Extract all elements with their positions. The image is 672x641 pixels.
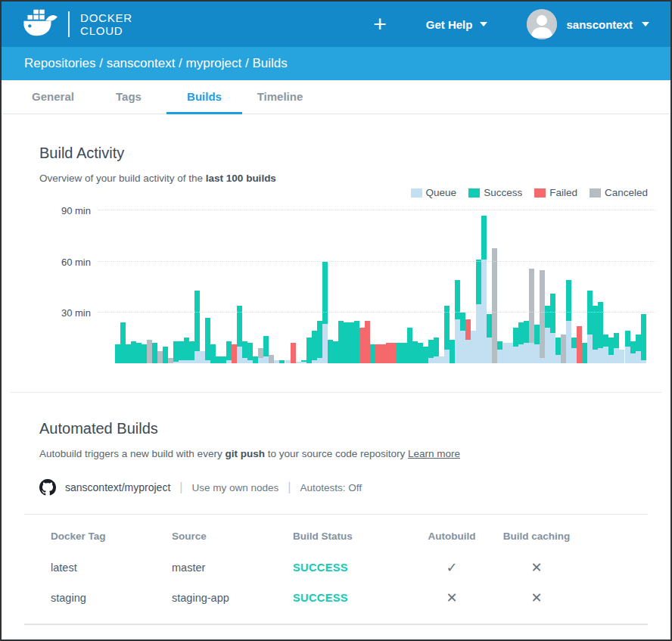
autotests-label: Autotests: Off — [300, 482, 362, 493]
user-menu[interactable]: sanscontext — [527, 9, 649, 39]
table-top-divider — [24, 514, 648, 515]
build-status-link[interactable]: SUCCESS — [293, 562, 414, 574]
docker-cloud-logo[interactable]: DOCKER CLOUD — [23, 9, 132, 39]
build-bar-success — [603, 335, 608, 363]
build-bar-success — [279, 360, 285, 363]
build-bar-success — [115, 344, 120, 363]
build-bar-success — [344, 322, 349, 363]
automated-builds-subtitle: Autobuild triggers a new build with ever… — [39, 448, 648, 459]
build-bar-failed — [359, 328, 365, 363]
repo-row: sanscontext/myproject | Use my own nodes… — [39, 479, 648, 496]
build-bar-success — [636, 335, 641, 363]
build-bar-success — [487, 314, 492, 363]
breadcrumb-bar: Repositories / sanscontext / myproject /… — [2, 47, 670, 80]
build-caching-cross-icon[interactable]: ✕ — [490, 559, 583, 576]
ytick-label: 90 min — [45, 205, 91, 216]
build-bar-failed — [386, 343, 391, 363]
build-bar-success — [216, 356, 221, 363]
build-bar-success — [524, 321, 529, 363]
column-header: Docker Tag — [51, 531, 172, 542]
build-bar-success — [513, 328, 518, 363]
build-bar-success — [205, 318, 210, 363]
gridline-90: 90 min — [98, 210, 655, 210]
build-bar-success — [263, 336, 269, 363]
build-bar-success — [534, 325, 540, 364]
automated-builds-section: Automated Builds Autobuild triggers a ne… — [2, 420, 670, 496]
automated-builds-title: Automated Builds — [39, 420, 648, 437]
breadcrumb[interactable]: Repositories / sanscontext / myproject /… — [24, 56, 288, 71]
repo-name[interactable]: sanscontext/myproject — [65, 481, 170, 493]
build-bar-success — [587, 291, 593, 363]
build-bar-failed — [375, 344, 381, 363]
tab-bar: GeneralTagsBuildsTimeline — [2, 80, 670, 114]
build-bar-success — [582, 343, 587, 363]
logo-wordmark: DOCKER CLOUD — [80, 11, 132, 37]
build-bar-success — [237, 306, 242, 363]
avatar — [527, 9, 557, 39]
build-bar-canceled — [492, 248, 497, 363]
build-bar-canceled — [540, 270, 545, 363]
build-activity-chart: 30 min60 min90 min — [39, 204, 648, 363]
build-bar-success — [194, 291, 200, 363]
build-bar-success — [402, 343, 407, 363]
build-bar-success — [555, 338, 561, 363]
docker-tag-cell: staging — [51, 592, 172, 604]
build-bar-success — [497, 341, 502, 363]
tab-tags[interactable]: Tags — [91, 80, 166, 114]
chart-legend: QueueSuccessFailedCanceled — [39, 187, 648, 198]
build-status-link[interactable]: SUCCESS — [293, 592, 414, 604]
docker-whale-icon — [23, 9, 58, 39]
tab-builds[interactable]: Builds — [166, 80, 242, 114]
build-bar-success — [641, 314, 646, 363]
build-bar-success — [333, 341, 338, 363]
build-bar-success — [566, 280, 571, 363]
build-bar-success — [434, 338, 439, 363]
autobuild-check-icon[interactable]: ✓ — [414, 559, 490, 576]
chevron-down-icon — [480, 22, 487, 26]
failed-swatch — [534, 188, 546, 198]
build-bar-queue — [439, 356, 444, 363]
learn-more-link[interactable]: Learn more — [408, 448, 460, 459]
build-bar-success — [608, 338, 614, 363]
legend-item-success: Success — [468, 187, 522, 198]
separator: | — [179, 481, 182, 494]
tab-general[interactable]: General — [15, 80, 91, 114]
source-cell: staging-app — [172, 592, 293, 604]
chevron-down-icon — [642, 22, 649, 26]
source-cell: master — [172, 562, 293, 574]
autobuild-cross-icon[interactable]: ✕ — [414, 590, 490, 606]
legend-item-canceled: Canceled — [590, 187, 648, 198]
column-header: Build caching — [490, 531, 583, 542]
build-bar-queue — [285, 360, 291, 363]
build-bar-success — [120, 322, 126, 363]
build-bar-failed — [577, 326, 582, 363]
add-button[interactable]: + — [370, 13, 390, 36]
build-caching-cross-icon[interactable]: ✕ — [490, 590, 583, 606]
build-bar-success — [614, 333, 619, 363]
build-bar-success — [306, 338, 312, 363]
build-bar-success — [184, 338, 189, 363]
ytick-label: 30 min — [45, 306, 91, 318]
build-bar-failed — [232, 344, 237, 363]
build-bar-failed — [381, 344, 386, 363]
top-bar: DOCKER CLOUD + Get Help sanscontext — [2, 2, 670, 47]
build-bar-failed — [291, 343, 296, 363]
build-activity-section: Build Activity Overview of your build ac… — [2, 145, 670, 363]
get-help-menu[interactable]: Get Help — [426, 18, 488, 31]
build-bar-success — [455, 280, 460, 363]
own-nodes-label: Use my own nodes — [191, 482, 278, 493]
table-row: latestmasterSUCCESS✓✕ — [51, 552, 648, 583]
get-help-label: Get Help — [426, 18, 473, 31]
build-bar-success — [423, 347, 428, 363]
build-bar-canceled — [147, 340, 152, 363]
tab-timeline[interactable]: Timeline — [242, 80, 318, 114]
build-bar-success — [397, 343, 402, 363]
build-bar-success — [630, 341, 636, 363]
build-bar-queue — [502, 343, 508, 363]
build-bar-failed — [465, 319, 471, 363]
table-bottom-divider — [24, 624, 648, 625]
build-bar-success — [152, 343, 157, 363]
build-bar-queue — [619, 350, 624, 363]
build-activity-subtitle: Overview of your build activity of the l… — [39, 173, 648, 184]
build-bar-success — [460, 313, 465, 363]
